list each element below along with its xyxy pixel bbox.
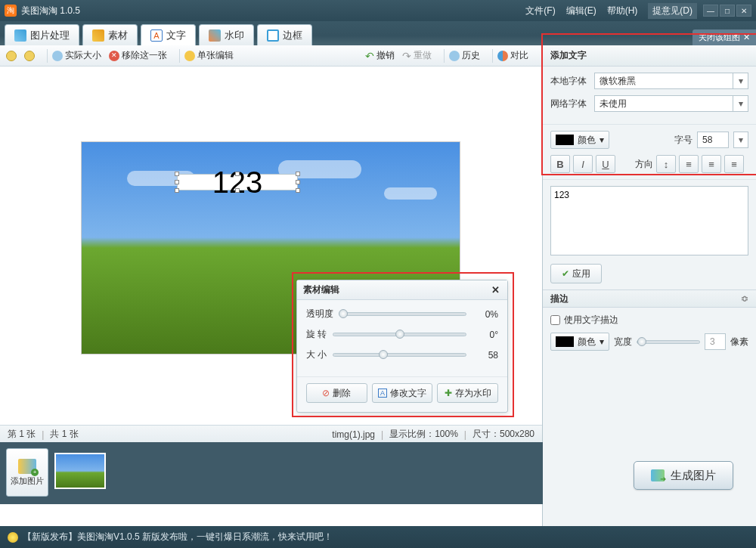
undo-button[interactable]: ↶撤销	[365, 49, 395, 62]
align-right-button[interactable]: ≡	[724, 155, 744, 173]
save-icon: ✚	[445, 388, 452, 398]
vertical-text-icon: ↕	[664, 159, 669, 170]
chevron-down-icon: ▾	[733, 73, 748, 88]
thumbnail-strip: + 添加图片	[0, 442, 543, 504]
popup-delete-button[interactable]: ⊘删除	[306, 383, 367, 403]
redo-button[interactable]: ↷重做	[402, 49, 432, 62]
underline-button[interactable]: U	[596, 155, 615, 173]
apply-button[interactable]: ✔应用	[550, 264, 602, 283]
app-icon: 淘	[5, 5, 17, 17]
align-right-icon: ≡	[731, 159, 737, 170]
grid-icon	[92, 29, 104, 42]
size-label: 大 小	[306, 348, 327, 361]
use-stroke-checkbox[interactable]: 使用文字描边	[550, 314, 748, 327]
menu-help[interactable]: 帮助(H)	[607, 5, 638, 17]
check-icon: ✔	[562, 268, 569, 279]
status-dims: 尺寸：500x280	[472, 428, 534, 441]
menu-edit[interactable]: 编辑(E)	[566, 5, 596, 17]
actual-size-button[interactable]: 实际大小	[52, 49, 101, 62]
stroke-width-slider[interactable]	[637, 340, 700, 344]
tab-watermark[interactable]: 水印	[199, 24, 254, 45]
stroke-width-label: 宽度	[614, 336, 632, 348]
history-icon	[449, 51, 460, 61]
actual-size-icon	[52, 51, 63, 61]
close-pane-button[interactable]: 关闭该组图✕	[692, 29, 756, 45]
stroke-color-button[interactable]: 颜色▾	[550, 333, 609, 351]
text-input[interactable]	[550, 186, 748, 255]
border-icon	[267, 29, 279, 42]
bulb-icon	[8, 532, 18, 543]
size-value: 58	[472, 350, 498, 361]
status-filename: timg(1).jpg	[332, 429, 375, 440]
feedback-button[interactable]: 提意见(D)	[648, 3, 697, 19]
popup-edit-text-button[interactable]: A修改文字	[372, 383, 433, 403]
text-box[interactable]: 123	[177, 174, 298, 190]
align-left-button[interactable]: ≡	[679, 155, 699, 173]
tab-materials[interactable]: 素材	[82, 24, 138, 45]
footer-news: 【新版发布】美图淘淘V1.0.5 新版发布啦，一键引爆日系潮流，快来试用吧！	[23, 531, 333, 543]
font-size-select[interactable]: 58	[697, 132, 729, 148]
minimize-button[interactable]: —	[703, 5, 718, 17]
history-button[interactable]: 历史	[449, 49, 480, 62]
popup-title: 素材编辑	[303, 283, 339, 296]
chevron-down-icon: ▾	[734, 132, 748, 147]
remove-icon: ✕	[109, 51, 119, 61]
close-button[interactable]: ✕	[736, 5, 751, 17]
maximize-button[interactable]: □	[720, 5, 735, 17]
tab-border[interactable]: 边框	[257, 24, 312, 45]
opacity-slider[interactable]	[339, 312, 466, 316]
remove-image-button[interactable]: ✕移除这一张	[109, 49, 167, 62]
edit-icon	[184, 51, 195, 61]
tab-text[interactable]: A文字	[141, 24, 196, 45]
add-picture-icon: +	[18, 459, 36, 474]
title-bar: 淘 美图淘淘 1.0.5 文件(F) 编辑(E) 帮助(H) 提意见(D) — …	[0, 0, 756, 21]
text-color-button[interactable]: 颜色▾	[550, 131, 609, 149]
chevron-down-icon: ▾	[600, 135, 604, 145]
chevron-down-icon: ▾	[600, 336, 604, 347]
generate-button[interactable]: ➜ 生成图片	[634, 461, 733, 490]
web-font-select[interactable]: 未使用▾	[594, 95, 748, 112]
align-vertical-button[interactable]: ↕	[656, 155, 676, 173]
popup-save-watermark-button[interactable]: ✚存为水印	[437, 383, 498, 403]
color-swatch	[556, 336, 574, 347]
bold-button[interactable]: B	[550, 155, 570, 173]
opacity-value: 0%	[472, 309, 498, 320]
zoom-out-button[interactable]	[24, 51, 35, 61]
redo-icon: ↷	[402, 50, 411, 62]
main-tab-strip: 图片处理 素材 A文字 水印 边框 关闭该组图✕	[0, 21, 756, 45]
status-total: 共 1 张	[50, 428, 78, 441]
font-size-label: 字号	[674, 134, 692, 147]
local-font-select[interactable]: 微软雅黑▾	[594, 73, 748, 89]
zoom-in-button[interactable]	[6, 51, 17, 61]
tab-image-processing[interactable]: 图片处理	[5, 24, 79, 45]
rotate-value: 0°	[472, 330, 498, 340]
size-slider[interactable]	[333, 353, 466, 357]
color-swatch	[556, 135, 574, 145]
compare-button[interactable]: 对比	[497, 49, 528, 62]
status-zoom: 显示比例：100%	[389, 428, 458, 441]
material-edit-popup: 素材编辑 ✕ 透明度0% 旋 转0° 大 小58 ⊘删除 A修改文字 ✚存为水印	[296, 280, 508, 413]
thumbnail-1[interactable]	[54, 453, 106, 489]
add-picture-button[interactable]: + 添加图片	[6, 448, 48, 497]
app-title: 美图淘淘 1.0.5	[21, 5, 80, 17]
stroke-width-value[interactable]: 3	[705, 333, 726, 350]
compare-icon	[497, 51, 508, 61]
rotate-slider[interactable]	[333, 333, 466, 336]
italic-button[interactable]: I	[573, 155, 593, 173]
close-icon: ✕	[743, 33, 750, 42]
expand-icon: ≎	[741, 293, 748, 304]
chevron-down-icon: ▾	[733, 96, 748, 111]
popup-close-button[interactable]: ✕	[489, 284, 501, 296]
direction-label: 方向	[635, 158, 653, 171]
delete-icon: ⊘	[322, 388, 330, 398]
popup-header[interactable]: 素材编辑 ✕	[297, 280, 507, 300]
export-icon: ➜	[651, 469, 665, 481]
magnifier-minus-icon	[24, 51, 35, 61]
single-edit-button[interactable]: 单张编辑	[184, 49, 234, 62]
text-content: 123	[212, 166, 263, 200]
align-center-button[interactable]: ≡	[702, 155, 721, 173]
stroke-header[interactable]: 描边≎	[543, 289, 756, 308]
font-size-dropdown[interactable]: ▾	[733, 132, 748, 148]
menu-file[interactable]: 文件(F)	[525, 5, 555, 17]
footer-bar: 【新版发布】美图淘淘V1.0.5 新版发布啦，一键引爆日系潮流，快来试用吧！	[0, 526, 756, 548]
